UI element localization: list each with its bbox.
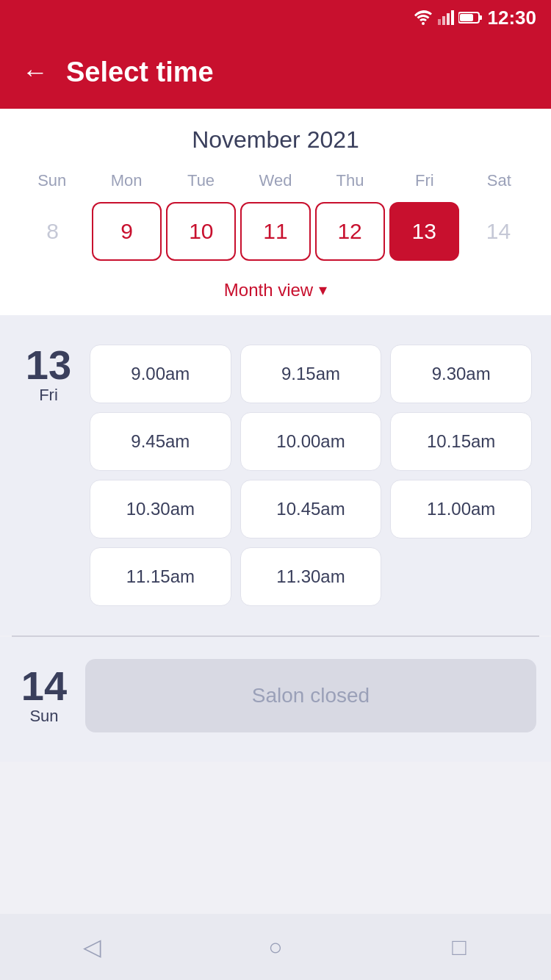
- page-title: Select time: [66, 57, 214, 88]
- date-13[interactable]: 13: [389, 202, 459, 261]
- dates-row: 8 9 10 11 12 13 14: [15, 202, 536, 273]
- weekday-wed: Wed: [238, 167, 312, 195]
- slot-1100am[interactable]: 11.00am: [390, 480, 532, 538]
- svg-rect-5: [479, 15, 482, 20]
- date-14[interactable]: 14: [464, 202, 533, 261]
- recent-nav-icon[interactable]: □: [437, 925, 481, 969]
- weekday-fri: Fri: [387, 167, 461, 195]
- time-slots-section: 13 Fri 9.00am 9.15am 9.30am 9.45am 10.00…: [0, 315, 551, 635]
- svg-rect-3: [451, 10, 454, 25]
- salon-closed-label: Salon closed: [252, 684, 370, 707]
- day-13-label: 13 Fri: [19, 345, 78, 405]
- slot-930am[interactable]: 9.30am: [390, 345, 532, 403]
- day-14-label: 14 Sun: [15, 666, 73, 726]
- weekday-row: Sun Mon Tue Wed Thu Fri Sat: [15, 167, 536, 195]
- day-13-row: 13 Fri 9.00am 9.15am 9.30am 9.45am 10.00…: [12, 330, 539, 621]
- slot-900am[interactable]: 9.00am: [90, 345, 231, 403]
- weekday-mon: Mon: [89, 167, 163, 195]
- chevron-down-icon: ▾: [319, 281, 327, 300]
- slot-1030am[interactable]: 10.30am: [90, 480, 231, 538]
- signal-icon: [438, 10, 454, 25]
- wifi-icon: [413, 10, 433, 25]
- back-nav-icon[interactable]: ◁: [70, 925, 114, 969]
- slot-915am[interactable]: 9.15am: [240, 345, 382, 403]
- weekday-thu: Thu: [313, 167, 387, 195]
- weekday-sun: Sun: [15, 167, 89, 195]
- slot-1045am[interactable]: 10.45am: [240, 480, 382, 538]
- svg-rect-1: [442, 16, 445, 25]
- svg-rect-2: [447, 13, 450, 25]
- nav-bar: ◁ ○ □: [0, 914, 551, 980]
- month-title: November 2021: [15, 126, 536, 154]
- date-9[interactable]: 9: [92, 202, 162, 261]
- svg-rect-0: [438, 19, 441, 25]
- slot-1015am[interactable]: 10.15am: [390, 412, 532, 471]
- weekday-sat: Sat: [462, 167, 536, 195]
- day-14-name: Sun: [15, 707, 73, 726]
- date-11[interactable]: 11: [240, 202, 310, 261]
- home-nav-icon[interactable]: ○: [253, 925, 298, 969]
- calendar-section: November 2021 Sun Mon Tue Wed Thu Fri Sa…: [0, 109, 551, 315]
- slot-1115am[interactable]: 11.15am: [90, 547, 231, 606]
- slot-1130am[interactable]: 11.30am: [240, 547, 382, 606]
- day-13-number: 13: [19, 345, 78, 386]
- status-time: 12:30: [488, 7, 537, 29]
- closed-section: 14 Sun Salon closed: [0, 637, 551, 762]
- date-10[interactable]: 10: [166, 202, 236, 261]
- back-button[interactable]: ←: [22, 57, 48, 87]
- salon-closed-box: Salon closed: [85, 659, 536, 732]
- status-bar: 12:30: [0, 0, 551, 35]
- slot-1000am[interactable]: 10.00am: [240, 412, 382, 471]
- day-14-row: 14 Sun Salon closed: [7, 652, 544, 740]
- svg-rect-6: [460, 14, 473, 21]
- time-grid: 9.00am 9.15am 9.30am 9.45am 10.00am 10.1…: [90, 345, 532, 606]
- app-bar: ← Select time: [0, 35, 551, 109]
- battery-icon: [458, 11, 482, 24]
- month-view-toggle[interactable]: Month view ▾: [15, 273, 536, 315]
- month-view-label: Month view: [224, 280, 313, 300]
- date-8[interactable]: 8: [18, 202, 87, 261]
- day-14-number: 14: [15, 666, 73, 707]
- day-13-name: Fri: [19, 386, 78, 405]
- weekday-tue: Tue: [164, 167, 238, 195]
- date-12[interactable]: 12: [315, 202, 385, 261]
- slot-945am[interactable]: 9.45am: [90, 412, 231, 471]
- status-icons: [413, 10, 482, 25]
